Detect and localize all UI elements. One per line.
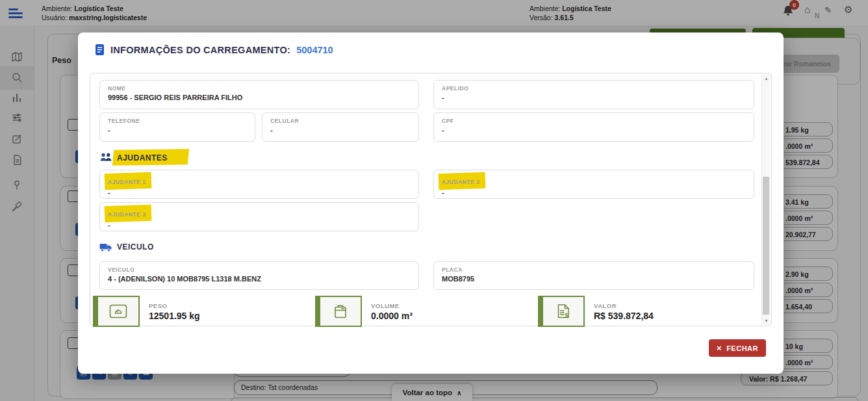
modal-content-panel: NOME99956 - SERGIO REIS PARREIRA FILHO A…: [90, 73, 772, 326]
scroll-down-arrow-icon[interactable]: ▼: [762, 318, 771, 323]
celular-field: CELULAR-: [262, 112, 419, 142]
placa-field: PLACAMOB8795: [433, 261, 754, 290]
cpf-field: CPF-: [433, 112, 754, 142]
scroll-up-arrow-icon[interactable]: ▲: [762, 76, 771, 81]
ajudantes-section-header: AJUDANTES: [99, 152, 168, 162]
people-icon: [99, 153, 112, 162]
fechar-button[interactable]: × FECHAR: [709, 339, 766, 357]
volume-summary-tile: VOLUME0.0000 m³: [315, 296, 535, 327]
truck-icon: [99, 242, 112, 252]
ajudante3-field: AJUDANTE 3 -: [99, 202, 419, 231]
scale-icon: [109, 304, 127, 318]
invoice-icon: $: [556, 304, 571, 319]
fechar-button-label: FECHAR: [726, 344, 758, 352]
app-screen: Ambiente: Logística Teste Usuário: maxst…: [0, 0, 868, 401]
veiculo-section-title: VEICULO: [117, 242, 154, 252]
valor-summary-tile: $ VALORR$ 539.872,84: [538, 296, 759, 327]
close-icon: ×: [717, 343, 722, 353]
shipment-id-link[interactable]: 5004710: [296, 45, 333, 55]
shipment-info-modal: INFORMAÇÕES DO CARREGAMENTO: 5004710 NOM…: [78, 32, 784, 374]
veiculo-section-header: VEICULO: [99, 242, 154, 252]
ajudantes-section-title: AJUDANTES: [117, 153, 168, 162]
ajudante2-field: AJUDANTE 2 -: [433, 170, 754, 199]
apelido-field: APELIDO-: [433, 80, 754, 109]
telefone-field: TELEFONE-: [99, 112, 255, 142]
modal-title: INFORMAÇÕES DO CARREGAMENTO:: [110, 45, 290, 55]
ajudante1-field: AJUDANTE 1 -: [99, 170, 419, 199]
svg-text:$: $: [565, 312, 568, 318]
modal-title-row: INFORMAÇÕES DO CARREGAMENTO: 5004710: [95, 44, 333, 56]
veiculo-field: VEICULO4 - (ADENILSON) 10 MOB8795 L1318 …: [99, 261, 419, 290]
nome-field: NOME99956 - SERGIO REIS PARREIRA FILHO: [99, 80, 419, 109]
package-icon: [333, 304, 348, 319]
scrollbar-thumb[interactable]: [763, 177, 769, 315]
peso-summary-tile: PESO12501.95 kg: [93, 296, 313, 327]
modal-scrollbar[interactable]: ▲ ▼: [761, 74, 771, 325]
document-blue-icon: [95, 44, 105, 56]
